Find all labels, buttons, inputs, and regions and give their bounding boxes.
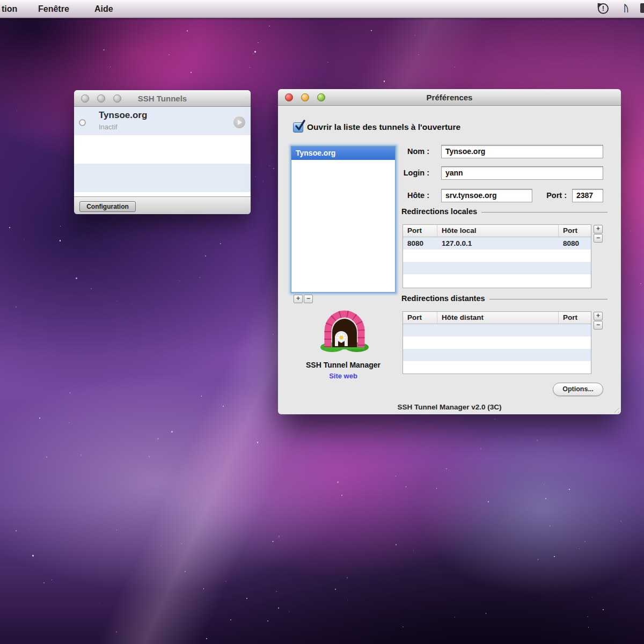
tunnels-titlebar[interactable]: SSH Tunnels [74,90,251,107]
remote-redirections-title: Redirections distantes [401,294,608,303]
add-local-redirection-button[interactable]: + [594,225,603,233]
app-name-label: SSH Tunnel Manager [291,361,396,369]
preferences-window: Préférences Ouvrir la liste des tunnels … [278,89,621,414]
bluetooth-icon[interactable]: ᚢ [624,3,629,14]
clipped-menu-icon [640,3,644,13]
empty-row [403,262,591,274]
tunnel-name: Tynsoe.org [99,110,147,121]
alert-exclamation: ! [599,4,608,12]
version-text: SSH Tunnel Manager v2.0 (3C) [278,403,621,411]
table-body: 8080 127.0.0.1 8080 [403,237,591,288]
hote-label: Hôte : [391,191,429,200]
remove-local-redirection-button[interactable]: − [594,234,603,243]
tunnel-row[interactable]: Tynsoe.org Inactif [74,107,251,135]
open-list-checkbox-label[interactable]: Ouvrir la liste des tunnels à l'ouvertur… [307,122,460,132]
list-stripe [74,164,251,192]
tunnels-bottom-bar: Configuration [74,196,251,214]
login-label: Login : [391,169,429,177]
tunnel-status-icon [79,119,86,126]
cell-port-source: 8080 [403,237,437,250]
nom-label: Nom : [391,147,429,156]
add-remote-redirection-button[interactable]: + [594,312,603,320]
remote-redirections-table[interactable]: Port Hôte distant Port [402,311,591,374]
prefs-tunnel-list[interactable]: Tynsoe.org [291,146,396,292]
play-icon [238,120,242,125]
empty-row [403,250,591,262]
local-redirections-table[interactable]: Port Hôte local Port 8080 127.0.0.1 8080 [402,224,591,288]
list-stripe [74,192,251,196]
cell-hote-local: 127.0.0.1 [437,237,559,250]
remove-remote-redirection-button[interactable]: − [594,321,603,330]
menu-bar: tion Fenêtre Aide ! ᚢ [0,0,644,18]
tunnel-logo-icon [320,306,369,354]
empty-row [403,336,591,349]
tunnels-window-title: SSH Tunnels [74,90,251,107]
column-header-hote-local[interactable]: Hôte local [437,225,559,237]
column-header-port-source[interactable]: Port [403,312,437,324]
remote-table-buttons: + − [594,312,603,330]
app-logo [320,306,369,354]
nom-field[interactable]: Tynsoe.org [441,145,603,158]
empty-row [403,349,591,361]
cell-port-dest: 8080 [559,237,591,250]
remove-tunnel-button[interactable]: − [304,295,313,303]
column-header-port-dest[interactable]: Port [559,312,591,324]
port-field[interactable]: 2387 [572,189,603,202]
checkmark-icon [294,120,307,133]
menu-item-edition[interactable]: tion [2,0,17,18]
open-list-checkbox[interactable] [293,122,303,133]
tunnels-list: Tynsoe.org Inactif [74,107,251,196]
empty-row [403,324,591,336]
selected-tunnel-item[interactable]: Tynsoe.org [291,147,395,160]
ssh-tunnels-window: SSH Tunnels Tynsoe.org Inactif Configura… [74,90,251,214]
configuration-button[interactable]: Configuration [79,201,136,212]
table-body [403,324,591,374]
column-header-hote-distant[interactable]: Hôte distant [437,312,559,324]
local-redirections-title-text: Redirections locales [401,207,477,216]
login-field[interactable]: yann [441,166,603,180]
hote-field[interactable]: srv.tynsoe.org [441,189,532,202]
sync-alert-icon[interactable]: ! [598,3,609,14]
empty-row [403,361,591,374]
add-tunnel-button[interactable]: + [294,295,303,303]
port-label: Port : [532,191,567,200]
remote-redirections-title-text: Redirections distantes [401,294,485,303]
table-header[interactable]: Port Hôte local Port [403,225,591,237]
column-header-port-source[interactable]: Port [403,225,437,237]
local-table-buttons: + − [594,225,603,243]
menu-item-fenetre[interactable]: Fenêtre [38,0,69,18]
options-button[interactable]: Options... [553,383,603,396]
menu-item-aide[interactable]: Aide [94,0,113,18]
table-row[interactable]: 8080 127.0.0.1 8080 [403,237,591,250]
prefs-titlebar[interactable]: Préférences [278,89,621,106]
site-web-link[interactable]: Site web [291,372,396,380]
local-redirections-title: Redirections locales [401,207,608,216]
column-header-port-dest[interactable]: Port [559,225,591,237]
list-stripe [74,135,251,164]
prefs-window-title: Préférences [278,89,621,106]
tunnel-status-text: Inactif [99,123,118,131]
empty-row [403,274,591,287]
table-header[interactable]: Port Hôte distant Port [403,312,591,324]
start-tunnel-button[interactable] [233,116,245,128]
